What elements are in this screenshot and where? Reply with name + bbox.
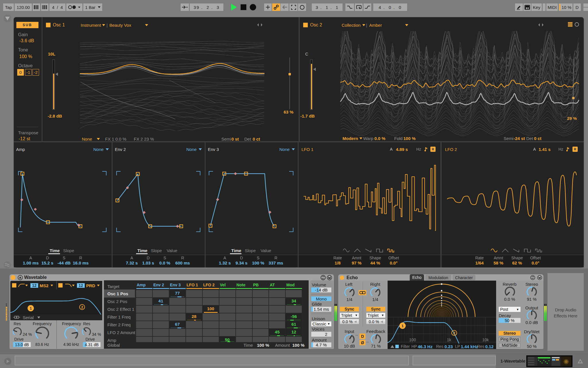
svg-text:2: 2 bbox=[81, 305, 83, 309]
svg-text:1k: 1k bbox=[447, 338, 452, 342]
svg-text:100: 100 bbox=[409, 338, 416, 342]
svg-text:10k: 10k bbox=[482, 338, 489, 342]
svg-text:2: 2 bbox=[453, 331, 455, 335]
svg-text:1: 1 bbox=[30, 306, 32, 310]
svg-text:1: 1 bbox=[401, 324, 403, 328]
